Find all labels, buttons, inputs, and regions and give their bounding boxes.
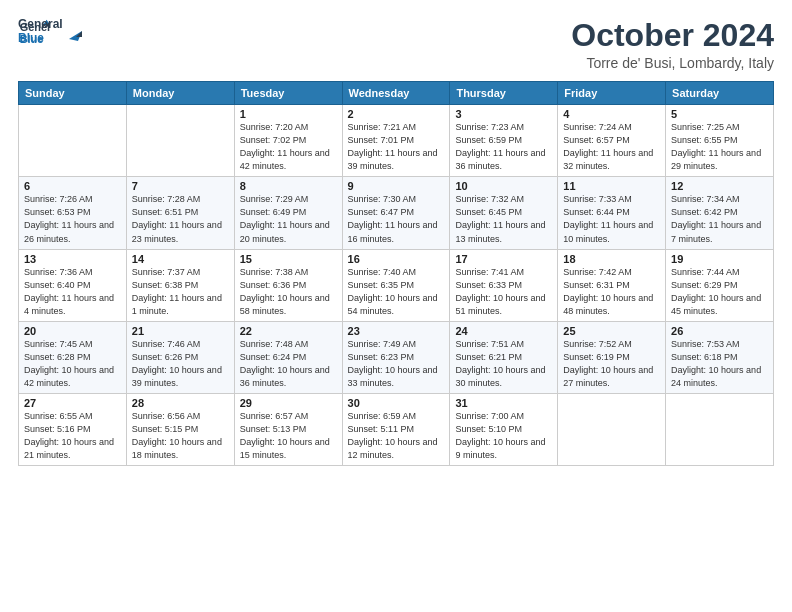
day-number: 4 — [563, 108, 660, 120]
calendar-week-4: 20Sunrise: 7:45 AMSunset: 6:28 PMDayligh… — [19, 321, 774, 393]
logo-blue: Blue — [18, 32, 62, 46]
day-number: 28 — [132, 397, 229, 409]
calendar-table: SundayMondayTuesdayWednesdayThursdayFrid… — [18, 81, 774, 466]
calendar-cell: 22Sunrise: 7:48 AMSunset: 6:24 PMDayligh… — [234, 321, 342, 393]
calendar-cell — [666, 393, 774, 465]
calendar-cell: 19Sunrise: 7:44 AMSunset: 6:29 PMDayligh… — [666, 249, 774, 321]
day-number: 21 — [132, 325, 229, 337]
day-number: 12 — [671, 180, 768, 192]
calendar-cell: 24Sunrise: 7:51 AMSunset: 6:21 PMDayligh… — [450, 321, 558, 393]
day-number: 13 — [24, 253, 121, 265]
day-number: 6 — [24, 180, 121, 192]
day-detail: Sunrise: 7:41 AMSunset: 6:33 PMDaylight:… — [455, 266, 552, 318]
calendar-cell: 23Sunrise: 7:49 AMSunset: 6:23 PMDayligh… — [342, 321, 450, 393]
calendar-cell: 18Sunrise: 7:42 AMSunset: 6:31 PMDayligh… — [558, 249, 666, 321]
day-detail: Sunrise: 6:59 AMSunset: 5:11 PMDaylight:… — [348, 410, 445, 462]
day-detail: Sunrise: 7:52 AMSunset: 6:19 PMDaylight:… — [563, 338, 660, 390]
calendar-cell: 30Sunrise: 6:59 AMSunset: 5:11 PMDayligh… — [342, 393, 450, 465]
calendar-cell: 7Sunrise: 7:28 AMSunset: 6:51 PMDaylight… — [126, 177, 234, 249]
logo-block: General Blue — [18, 18, 82, 54]
header: General Blue General Blue General Blue O… — [18, 18, 774, 71]
calendar-cell — [126, 105, 234, 177]
day-detail: Sunrise: 7:21 AMSunset: 7:01 PMDaylight:… — [348, 121, 445, 173]
day-detail: Sunrise: 7:32 AMSunset: 6:45 PMDaylight:… — [455, 193, 552, 245]
day-number: 29 — [240, 397, 337, 409]
day-number: 9 — [348, 180, 445, 192]
calendar-cell: 2Sunrise: 7:21 AMSunset: 7:01 PMDaylight… — [342, 105, 450, 177]
calendar-cell: 4Sunrise: 7:24 AMSunset: 6:57 PMDaylight… — [558, 105, 666, 177]
day-number: 16 — [348, 253, 445, 265]
calendar-cell: 6Sunrise: 7:26 AMSunset: 6:53 PMDaylight… — [19, 177, 127, 249]
day-detail: Sunrise: 7:37 AMSunset: 6:38 PMDaylight:… — [132, 266, 229, 318]
calendar-cell: 12Sunrise: 7:34 AMSunset: 6:42 PMDayligh… — [666, 177, 774, 249]
day-number: 14 — [132, 253, 229, 265]
day-number: 30 — [348, 397, 445, 409]
day-detail: Sunrise: 7:00 AMSunset: 5:10 PMDaylight:… — [455, 410, 552, 462]
day-detail: Sunrise: 7:29 AMSunset: 6:49 PMDaylight:… — [240, 193, 337, 245]
calendar-page: General Blue General Blue General Blue O… — [0, 0, 792, 612]
calendar-cell: 1Sunrise: 7:20 AMSunset: 7:02 PMDaylight… — [234, 105, 342, 177]
day-detail: Sunrise: 7:30 AMSunset: 6:47 PMDaylight:… — [348, 193, 445, 245]
day-number: 11 — [563, 180, 660, 192]
calendar-cell: 16Sunrise: 7:40 AMSunset: 6:35 PMDayligh… — [342, 249, 450, 321]
day-detail: Sunrise: 7:28 AMSunset: 6:51 PMDaylight:… — [132, 193, 229, 245]
weekday-header-tuesday: Tuesday — [234, 82, 342, 105]
day-detail: Sunrise: 7:40 AMSunset: 6:35 PMDaylight:… — [348, 266, 445, 318]
calendar-cell: 5Sunrise: 7:25 AMSunset: 6:55 PMDaylight… — [666, 105, 774, 177]
calendar-cell: 29Sunrise: 6:57 AMSunset: 5:13 PMDayligh… — [234, 393, 342, 465]
day-number: 18 — [563, 253, 660, 265]
day-number: 2 — [348, 108, 445, 120]
day-detail: Sunrise: 7:48 AMSunset: 6:24 PMDaylight:… — [240, 338, 337, 390]
day-number: 22 — [240, 325, 337, 337]
day-detail: Sunrise: 7:42 AMSunset: 6:31 PMDaylight:… — [563, 266, 660, 318]
calendar-cell: 31Sunrise: 7:00 AMSunset: 5:10 PMDayligh… — [450, 393, 558, 465]
calendar-week-2: 6Sunrise: 7:26 AMSunset: 6:53 PMDaylight… — [19, 177, 774, 249]
day-detail: Sunrise: 7:46 AMSunset: 6:26 PMDaylight:… — [132, 338, 229, 390]
day-number: 5 — [671, 108, 768, 120]
day-detail: Sunrise: 7:23 AMSunset: 6:59 PMDaylight:… — [455, 121, 552, 173]
calendar-cell: 13Sunrise: 7:36 AMSunset: 6:40 PMDayligh… — [19, 249, 127, 321]
day-detail: Sunrise: 7:53 AMSunset: 6:18 PMDaylight:… — [671, 338, 768, 390]
calendar-cell: 8Sunrise: 7:29 AMSunset: 6:49 PMDaylight… — [234, 177, 342, 249]
day-detail: Sunrise: 7:44 AMSunset: 6:29 PMDaylight:… — [671, 266, 768, 318]
day-detail: Sunrise: 7:51 AMSunset: 6:21 PMDaylight:… — [455, 338, 552, 390]
day-number: 3 — [455, 108, 552, 120]
calendar-cell: 20Sunrise: 7:45 AMSunset: 6:28 PMDayligh… — [19, 321, 127, 393]
day-detail: Sunrise: 6:55 AMSunset: 5:16 PMDaylight:… — [24, 410, 121, 462]
calendar-cell: 11Sunrise: 7:33 AMSunset: 6:44 PMDayligh… — [558, 177, 666, 249]
weekday-header-wednesday: Wednesday — [342, 82, 450, 105]
day-number: 23 — [348, 325, 445, 337]
logo-general: General — [18, 18, 62, 32]
weekday-header-monday: Monday — [126, 82, 234, 105]
title-block: October 2024 Torre de' Busi, Lombardy, I… — [571, 18, 774, 71]
logo-bird-icon — [64, 27, 82, 45]
day-number: 26 — [671, 325, 768, 337]
day-detail: Sunrise: 7:26 AMSunset: 6:53 PMDaylight:… — [24, 193, 121, 245]
calendar-cell: 14Sunrise: 7:37 AMSunset: 6:38 PMDayligh… — [126, 249, 234, 321]
day-detail: Sunrise: 7:20 AMSunset: 7:02 PMDaylight:… — [240, 121, 337, 173]
day-number: 20 — [24, 325, 121, 337]
weekday-header-friday: Friday — [558, 82, 666, 105]
day-detail: Sunrise: 6:56 AMSunset: 5:15 PMDaylight:… — [132, 410, 229, 462]
day-number: 1 — [240, 108, 337, 120]
day-detail: Sunrise: 7:24 AMSunset: 6:57 PMDaylight:… — [563, 121, 660, 173]
calendar-cell: 10Sunrise: 7:32 AMSunset: 6:45 PMDayligh… — [450, 177, 558, 249]
day-number: 24 — [455, 325, 552, 337]
calendar-cell: 15Sunrise: 7:38 AMSunset: 6:36 PMDayligh… — [234, 249, 342, 321]
day-number: 25 — [563, 325, 660, 337]
day-number: 10 — [455, 180, 552, 192]
day-number: 31 — [455, 397, 552, 409]
calendar-cell: 27Sunrise: 6:55 AMSunset: 5:16 PMDayligh… — [19, 393, 127, 465]
weekday-header-sunday: Sunday — [19, 82, 127, 105]
day-detail: Sunrise: 7:25 AMSunset: 6:55 PMDaylight:… — [671, 121, 768, 173]
day-number: 17 — [455, 253, 552, 265]
calendar-cell: 21Sunrise: 7:46 AMSunset: 6:26 PMDayligh… — [126, 321, 234, 393]
day-number: 7 — [132, 180, 229, 192]
calendar-cell: 28Sunrise: 6:56 AMSunset: 5:15 PMDayligh… — [126, 393, 234, 465]
weekday-header-thursday: Thursday — [450, 82, 558, 105]
day-detail: Sunrise: 7:38 AMSunset: 6:36 PMDaylight:… — [240, 266, 337, 318]
calendar-cell: 17Sunrise: 7:41 AMSunset: 6:33 PMDayligh… — [450, 249, 558, 321]
calendar-cell: 9Sunrise: 7:30 AMSunset: 6:47 PMDaylight… — [342, 177, 450, 249]
day-number: 8 — [240, 180, 337, 192]
day-detail: Sunrise: 7:36 AMSunset: 6:40 PMDaylight:… — [24, 266, 121, 318]
